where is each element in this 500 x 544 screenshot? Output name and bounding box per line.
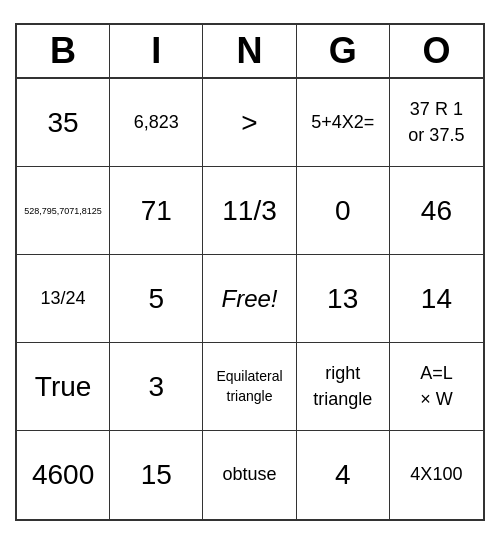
bingo-cell: 71 <box>110 167 203 255</box>
bingo-cell: 5+4X2= <box>297 79 390 167</box>
bingo-cell: 35 <box>17 79 110 167</box>
bingo-cell: > <box>203 79 296 167</box>
header-n: N <box>203 25 296 77</box>
header-g: G <box>297 25 390 77</box>
bingo-cell: 37 R 1 or 37.5 <box>390 79 483 167</box>
bingo-cell: 11/3 <box>203 167 296 255</box>
bingo-cell: 4X100 <box>390 431 483 519</box>
bingo-cell: obtuse <box>203 431 296 519</box>
bingo-cell: 15 <box>110 431 203 519</box>
bingo-cell: 4600 <box>17 431 110 519</box>
bingo-grid: 356,823>5+4X2=37 R 1 or 37.5528,795,7071… <box>17 79 483 519</box>
bingo-cell: 6,823 <box>110 79 203 167</box>
bingo-cell: True <box>17 343 110 431</box>
header-b: B <box>17 25 110 77</box>
bingo-cell: Free! <box>203 255 296 343</box>
bingo-cell: 5 <box>110 255 203 343</box>
header-o: O <box>390 25 483 77</box>
bingo-cell: 4 <box>297 431 390 519</box>
bingo-header: B I N G O <box>17 25 483 79</box>
bingo-card: B I N G O 356,823>5+4X2=37 R 1 or 37.552… <box>15 23 485 521</box>
bingo-cell: 46 <box>390 167 483 255</box>
bingo-cell: 528,795,7071,8125 <box>17 167 110 255</box>
bingo-cell: 14 <box>390 255 483 343</box>
bingo-cell: 13 <box>297 255 390 343</box>
header-i: I <box>110 25 203 77</box>
bingo-cell: 3 <box>110 343 203 431</box>
bingo-cell: 0 <box>297 167 390 255</box>
bingo-cell: Equilateral triangle <box>203 343 296 431</box>
bingo-cell: A=L × W <box>390 343 483 431</box>
bingo-cell: right triangle <box>297 343 390 431</box>
bingo-cell: 13/24 <box>17 255 110 343</box>
